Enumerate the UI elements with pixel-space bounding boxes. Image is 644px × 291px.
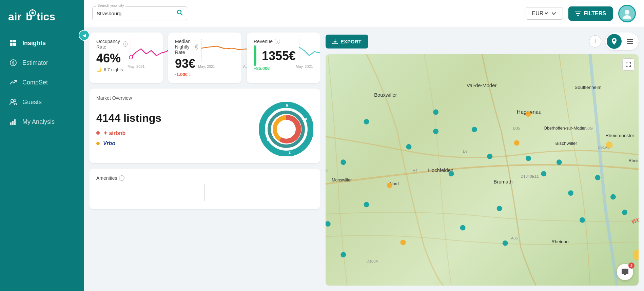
sidebar-item-my-analysis[interactable]: My Analysis	[0, 112, 84, 132]
logo-area: air b tics	[0, 0, 84, 30]
svg-text:D919G: D919G	[598, 145, 610, 149]
chevron-down-icon	[552, 12, 556, 15]
location-pin-icon	[611, 38, 617, 45]
svg-point-80	[472, 127, 477, 132]
vrbo-logo: Vrbo	[103, 140, 115, 147]
svg-point-12	[11, 99, 14, 102]
sidebar-item-label: Insights	[22, 40, 46, 47]
filters-button[interactable]: FILTERS	[568, 6, 613, 21]
collapse-button[interactable]: ◀	[79, 30, 90, 41]
svg-text:D35: D35	[513, 126, 520, 130]
svg-point-23	[623, 15, 631, 19]
svg-text:air: air	[8, 11, 21, 23]
svg-text:D41: D41	[326, 220, 327, 225]
nightly-title: Median Nightly Rate i	[175, 39, 198, 55]
occupancy-nights: 🌙 6.7 nights	[96, 67, 128, 72]
svg-text:Rheinmünster: Rheinmünster	[628, 158, 639, 163]
occupancy-rate-card: Occupancy Rate i 46% 🌙 6.7 nights	[90, 33, 163, 83]
map-list-view-button[interactable]	[622, 34, 637, 49]
svg-point-83	[526, 156, 531, 161]
logo-svg: air b tics	[8, 7, 62, 24]
svg-point-102	[633, 249, 639, 260]
donut-chart: 0 P 1 2	[259, 102, 313, 156]
filter-icon	[575, 11, 581, 16]
svg-point-85	[557, 159, 562, 165]
svg-text:$: $	[12, 61, 15, 65]
svg-point-3	[32, 12, 34, 14]
map-pin-view-button[interactable]	[607, 34, 622, 49]
svg-point-99	[606, 141, 612, 148]
svg-point-90	[622, 210, 627, 215]
svg-point-87	[580, 217, 585, 223]
chat-icon	[621, 268, 629, 276]
amenities-info-icon[interactable]: i	[119, 175, 124, 181]
svg-text:D7: D7	[463, 149, 468, 153]
occupancy-info-icon[interactable]: i	[123, 41, 128, 47]
svg-text:Hochfelden: Hochfelden	[428, 168, 453, 173]
currency-dropdown[interactable]: EUR USD GBP	[531, 10, 549, 17]
sidebar-item-label: Estimator	[22, 59, 48, 66]
grid-icon	[9, 39, 17, 47]
revenue-bar-indicator	[254, 45, 256, 66]
svg-text:D1004: D1004	[367, 259, 378, 263]
sidebar-item-guests[interactable]: Guests	[0, 92, 84, 112]
map-info-button[interactable]: i	[589, 35, 601, 47]
svg-text:P: P	[305, 118, 307, 121]
revenue-left: Revenue i 1355€ +85.00€ ↑	[254, 39, 296, 71]
header: Search your city EUR USD GBP	[84, 0, 644, 27]
search-label: Search your city	[96, 3, 125, 7]
svg-line-18	[181, 14, 182, 15]
revenue-info-icon[interactable]: i	[275, 39, 280, 44]
trending-up-icon	[9, 79, 17, 86]
svg-text:Soufflenheim: Soufflenheim	[574, 85, 601, 90]
svg-point-98	[514, 140, 520, 146]
currency-selector[interactable]: EUR USD GBP	[526, 7, 563, 20]
search-input[interactable]	[97, 11, 174, 16]
sidebar-item-estimator[interactable]: $ Estimator	[0, 53, 84, 73]
sidebar-item-insights[interactable]: Insights	[0, 33, 84, 53]
chat-button[interactable]: 2	[617, 264, 633, 280]
airbnb-logo: ✦ airbnb	[103, 130, 125, 136]
svg-point-79	[449, 171, 454, 176]
market-overview-card: Market Overview 4144 listings ✦ airbnb V…	[90, 89, 320, 163]
svg-rect-16	[14, 119, 16, 125]
svg-text:D1063G: D1063G	[579, 126, 593, 130]
amenities-bar-indicator	[204, 184, 205, 201]
filters-label: FILTERS	[584, 11, 606, 17]
svg-text:We Are Here!: We Are Here!	[631, 207, 639, 225]
map-roads-svg: A35 D919G D7 A4 A4 D1340E11 D1063G D35 D…	[326, 54, 639, 286]
amenities-content	[96, 182, 313, 202]
svg-point-78	[433, 129, 438, 134]
avatar-button[interactable]	[618, 5, 636, 22]
revenue-sparkline-area: May, 2021 Apr, 2022	[296, 39, 320, 69]
airbnb-legend-item: ✦ airbnb	[96, 130, 161, 136]
revenue-change: +85.00€ ↑	[254, 66, 296, 71]
search-box[interactable]: Search your city	[92, 6, 187, 20]
svg-point-13	[14, 100, 16, 102]
map-fullscreen-button[interactable]	[622, 58, 635, 71]
amenities-title: Amenities i	[96, 175, 313, 181]
export-button[interactable]: EXPORT	[326, 35, 368, 48]
svg-text:Nord: Nord	[390, 181, 399, 186]
svg-point-82	[497, 206, 502, 211]
svg-text:1: 1	[266, 138, 268, 142]
dollar-icon: $	[9, 59, 17, 66]
sidebar-item-compset[interactable]: CompSet	[0, 73, 84, 92]
svg-text:D1340E11: D1340E11	[521, 174, 539, 178]
donut-svg: 0 P 1 2	[259, 102, 313, 156]
svg-text:0: 0	[286, 104, 288, 108]
nightly-rate-card: Median Nightly Rate i 93€ -1.00€ ↓	[168, 33, 241, 83]
occupancy-left: Occupancy Rate i 46% 🌙 6.7 nights	[96, 39, 128, 72]
svg-point-94	[433, 110, 438, 115]
svg-text:A4: A4	[413, 169, 417, 173]
search-icon[interactable]	[177, 9, 183, 17]
stats-cards-row: Occupancy Rate i 46% 🌙 6.7 nights	[90, 33, 320, 83]
sidebar: air b tics ◀ Insig	[0, 0, 84, 291]
svg-text:Bouxwiller: Bouxwiller	[374, 92, 397, 98]
export-label: EXPORT	[340, 39, 362, 44]
nightly-info-icon[interactable]: i	[195, 44, 198, 50]
market-overview-title: Market Overview	[96, 95, 313, 101]
svg-text:Oberhoffen-sur-Moder: Oberhoffen-sur-Moder	[544, 126, 585, 131]
market-legend: ✦ airbnb Vrbo	[96, 130, 161, 147]
svg-rect-8	[10, 43, 13, 46]
